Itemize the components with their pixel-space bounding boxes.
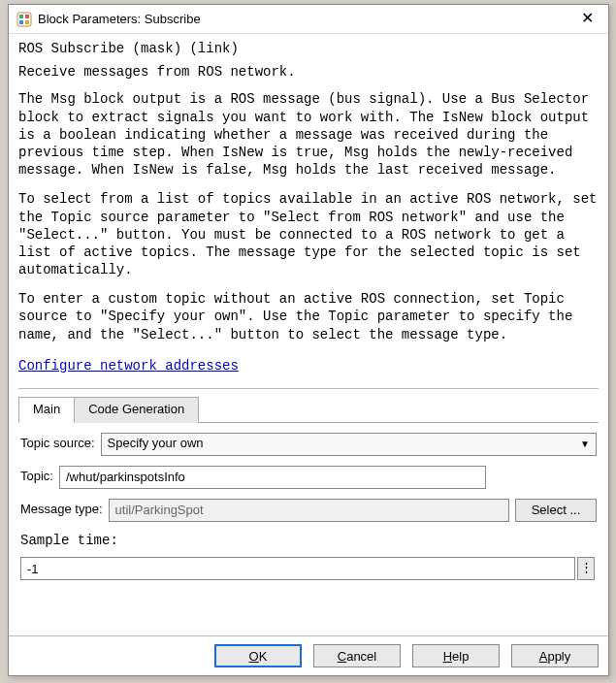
- dialog-content: ROS Subscribe (mask) (link) Receive mess…: [9, 34, 608, 635]
- description-short: Receive messages from ROS network.: [18, 63, 599, 81]
- tab-code-generation[interactable]: Code Generation: [74, 397, 199, 423]
- cancel-button[interactable]: Cancel: [313, 644, 401, 667]
- tabs-container: Main Code Generation Topic source: Speci…: [18, 388, 599, 590]
- description-p2: To select from a list of topics availabl…: [18, 190, 599, 278]
- select-message-type-button[interactable]: Select ...: [515, 499, 597, 522]
- message-type-label: Message type:: [20, 502, 103, 518]
- dialog-title: Block Parameters: Subscribe: [38, 12, 573, 26]
- tab-strip: Main Code Generation: [18, 397, 599, 423]
- block-parameters-dialog: Block Parameters: Subscribe ✕ ROS Subscr…: [8, 4, 609, 676]
- mask-link-line: ROS Subscribe (mask) (link): [18, 40, 599, 57]
- row-topic-source: Topic source: Specify your own ▼: [20, 433, 597, 456]
- sample-time-label: Sample time:: [20, 532, 591, 549]
- row-topic: Topic:: [20, 466, 597, 489]
- svg-rect-2: [25, 15, 29, 18]
- sample-time-input-group: ⋮: [20, 557, 597, 580]
- configure-network-link[interactable]: Configure network addresses: [18, 357, 239, 374]
- message-type-input: [109, 499, 509, 522]
- topic-label: Topic:: [20, 469, 53, 485]
- help-button[interactable]: Help: [412, 644, 500, 667]
- topic-input[interactable]: [59, 466, 486, 489]
- topic-source-value: Specify your own: [108, 436, 204, 452]
- ok-button[interactable]: OK: [214, 644, 302, 667]
- description-p3: To enter a custom topic without an activ…: [18, 290, 599, 343]
- sample-time-input[interactable]: [20, 557, 575, 580]
- description-p1: The Msg block output is a ROS message (b…: [18, 90, 599, 179]
- svg-rect-3: [19, 20, 23, 24]
- tab-panel-main: Topic source: Specify your own ▼ Topic: …: [18, 423, 599, 590]
- sample-time-more-button[interactable]: ⋮: [577, 557, 595, 580]
- svg-rect-4: [25, 20, 29, 24]
- topic-source-label: Topic source:: [20, 436, 95, 452]
- tab-main[interactable]: Main: [18, 397, 75, 423]
- titlebar: Block Parameters: Subscribe ✕: [9, 5, 608, 34]
- svg-rect-1: [19, 15, 23, 18]
- chevron-down-icon: ▼: [580, 438, 590, 450]
- app-icon: [16, 12, 32, 27]
- topic-source-select[interactable]: Specify your own ▼: [101, 433, 597, 456]
- button-bar: OK Cancel Help Apply: [9, 635, 608, 675]
- row-message-type: Message type: Select ...: [20, 499, 597, 522]
- apply-button[interactable]: Apply: [511, 644, 599, 667]
- row-sample-time: Sample time: ⋮: [20, 532, 597, 580]
- close-button[interactable]: ✕: [573, 8, 600, 31]
